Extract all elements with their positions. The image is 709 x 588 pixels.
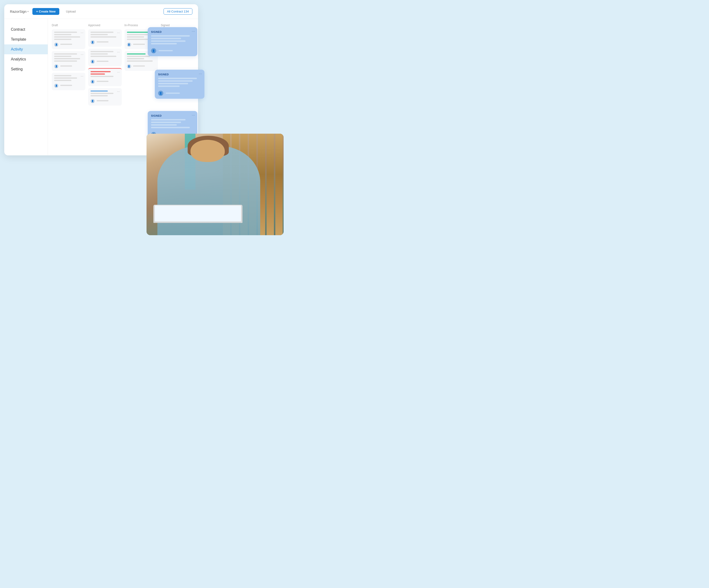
upload-button[interactable]: Upload	[63, 8, 78, 15]
card-approved-2[interactable]: ⋯ 👤	[88, 49, 122, 66]
card-dots-icon[interactable]: ⋯	[117, 71, 120, 74]
avatar: 👤	[54, 64, 58, 68]
kanban-col-approved: Approved ⋯ 👤 ⋯	[88, 24, 122, 151]
signed-badge: SIGNED	[151, 114, 194, 117]
avatar-line	[133, 65, 145, 66]
kanban-col-draft: Draft ⋯ 👤 ⋯	[52, 24, 85, 151]
signed-card-2[interactable]: ⋯ SIGNED 👤	[155, 69, 205, 99]
card-draft-3[interactable]: ⋯ 👤	[52, 73, 85, 90]
card-dots-icon[interactable]: ⋯	[192, 113, 195, 117]
brand-chevron-icon: ▾	[27, 10, 29, 13]
avatar: 👤	[90, 59, 95, 64]
brand-name: RazorSign ▾	[10, 9, 29, 13]
avatar-line	[60, 85, 72, 86]
all-contract-badge[interactable]: All Contract 134	[163, 8, 192, 15]
sidebar-item-activity[interactable]: Activity	[4, 45, 48, 54]
signed-card-1[interactable]: ⋯ SIGNED 👤	[148, 27, 197, 56]
card-dots-icon[interactable]: ⋯	[117, 31, 120, 34]
avatar: 👤	[151, 48, 156, 53]
avatar: 👤	[54, 84, 58, 88]
col-header-approved: Approved	[88, 24, 122, 27]
avatar-line	[97, 81, 108, 82]
avatar-line	[97, 41, 108, 43]
avatar: 👤	[90, 40, 95, 45]
card-approved-3[interactable]: ⋯ 👤	[88, 68, 122, 86]
card-dots-icon[interactable]: ⋯	[117, 90, 120, 93]
col-header-draft: Draft	[52, 24, 85, 27]
signed-badge: SIGNED	[151, 30, 194, 33]
toolbar: RazorSign ▾ + Create New Upload All Cont…	[4, 4, 198, 19]
person-head	[190, 140, 225, 162]
laptop	[153, 205, 242, 223]
sidebar-item-contract[interactable]: Contract	[4, 25, 48, 34]
card-dots-icon[interactable]: ⋯	[192, 30, 195, 33]
avatar-line	[97, 61, 108, 62]
signed-badge: SIGNED	[158, 73, 201, 76]
avatar: 👤	[90, 80, 95, 84]
avatar-line	[159, 50, 173, 51]
sidebar-item-template[interactable]: Template	[4, 34, 48, 45]
sidebar-item-analytics[interactable]: Analytics	[4, 54, 48, 64]
card-dots-icon[interactable]: ⋯	[81, 31, 83, 34]
avatar-line	[133, 44, 145, 45]
card-draft-1[interactable]: ⋯ 👤	[52, 29, 85, 49]
card-approved-1[interactable]: ⋯ 👤	[88, 29, 122, 47]
card-dots-icon[interactable]: ⋯	[199, 72, 202, 76]
card-draft-2[interactable]: ⋯ 👤	[52, 51, 85, 71]
col-header-in-process: In-Process	[125, 24, 158, 27]
sidebar-item-setting[interactable]: Setting	[4, 64, 48, 74]
avatar-line	[60, 44, 72, 45]
avatar-line	[60, 65, 72, 66]
photo-section	[147, 134, 284, 235]
create-new-button[interactable]: + Create New	[32, 8, 59, 15]
card-dots-icon[interactable]: ⋯	[81, 53, 83, 56]
avatar: 👤	[127, 43, 131, 47]
card-approved-4[interactable]: ⋯ 👤	[88, 88, 122, 106]
avatar: 👤	[90, 99, 95, 103]
avatar-line	[97, 100, 108, 101]
col-header-signed: Signed	[161, 24, 194, 27]
card-dots-icon[interactable]: ⋯	[81, 75, 83, 78]
avatar: 👤	[127, 64, 131, 68]
laptop-screen	[155, 205, 241, 222]
avatar-line	[166, 92, 180, 94]
sidebar: Contract Template Activity Analytics Set…	[4, 19, 48, 156]
card-dots-icon[interactable]: ⋯	[117, 51, 120, 54]
avatar: 👤	[158, 91, 163, 96]
avatar: 👤	[54, 43, 58, 47]
